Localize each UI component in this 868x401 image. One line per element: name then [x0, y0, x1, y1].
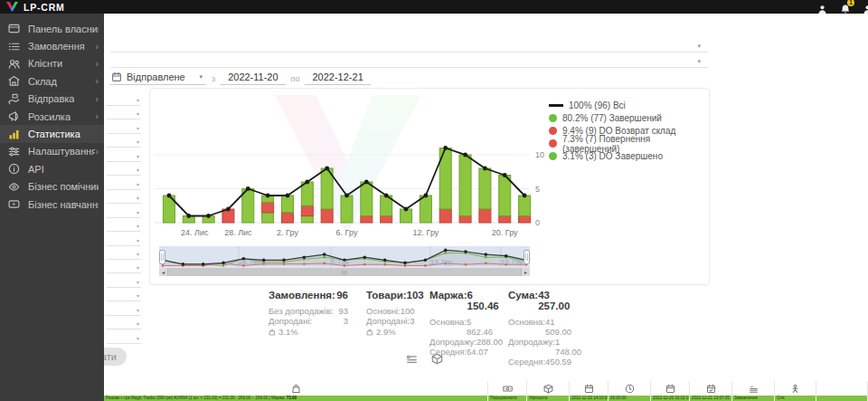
filter-mini-select-7[interactable]: ▾ — [107, 177, 141, 190]
stat-upsell-percent: 3.1% — [269, 327, 348, 337]
filter-mini-select-17[interactable]: ▾ — [107, 317, 141, 329]
order-product-cell: Рюкзак + гра Magic Tracks (399 грн) #145… — [104, 396, 488, 401]
filter-mini-select-18[interactable]: ▾ — [107, 331, 141, 344]
profile-icon[interactable] — [817, 2, 828, 13]
sidebar-item-owner-panel[interactable]: Панель власника — [0, 20, 104, 37]
legend-item[interactable]: 100% (96) Всі — [549, 99, 709, 111]
sidebar-item-settings[interactable]: Налаштування› — [0, 143, 104, 160]
sidebar-item-clients[interactable]: Клієнти› — [0, 55, 104, 72]
svg-text:12. Гру: 12. Гру — [413, 228, 439, 237]
filter-mini-select-15[interactable]: ▾ — [107, 289, 141, 301]
filter-mini-select-12[interactable]: ▾ — [107, 247, 141, 260]
main-chart[interactable]: 051024. Лис28. Лис2. Гру6. Гру12. Гру20.… — [155, 138, 552, 256]
navigator-scrollbar[interactable]: ◄ ||| ► — [159, 268, 530, 276]
navigator-handle — [524, 251, 530, 264]
filter-mini-select-6[interactable]: ▾ — [107, 163, 141, 176]
filter-mini-select-10[interactable]: ▾ — [107, 219, 141, 232]
chevron-down-icon: ▾ — [137, 335, 139, 341]
table-header-bag-icon[interactable] — [104, 381, 488, 396]
filter-mini-select-5[interactable]: ▾ — [107, 149, 141, 162]
filter-mini-select-13[interactable]: ▾ — [107, 261, 141, 273]
chevron-down-icon: ▾ — [137, 110, 139, 117]
order-cell: Укрпошта — [527, 396, 570, 401]
orders-table: Рюкзак + гра Magic Tracks (399 грн) #145… — [104, 381, 868, 401]
mailing-icon — [8, 111, 21, 122]
table-header-cell[interactable] — [816, 381, 868, 396]
sidebar-item-orders[interactable]: Замовлення› — [0, 37, 104, 54]
table-header-share-person-icon[interactable] — [775, 381, 816, 396]
chart-range-navigator[interactable]: 28. Лис6. Гру13. Гру19. Гру — [159, 246, 530, 268]
order-cell: Замовлення — [732, 396, 775, 401]
chevron-down-icon: ▾ — [137, 320, 139, 327]
filter-mini-select-3[interactable]: ▾ — [107, 121, 141, 134]
table-header-banknote-icon[interactable] — [488, 381, 527, 396]
package-view-icon[interactable] — [431, 352, 443, 368]
app-logo[interactable]: LP-CRM — [0, 1, 65, 13]
bag-icon — [366, 329, 373, 336]
training-icon — [8, 199, 21, 210]
list-view-icon[interactable] — [406, 352, 418, 368]
date-from-input[interactable]: 2022-11-20 — [221, 72, 285, 85]
scroll-left-arrow-icon[interactable]: ◄ — [159, 270, 167, 275]
top-filter-select-1[interactable]: ▾ — [110, 40, 708, 53]
legend-label: 80.2% (77) Завершений — [562, 113, 662, 123]
legend-item[interactable]: 7.3% (7) Повернення (завершений) — [549, 138, 709, 150]
filter-mini-select-4[interactable]: ▾ — [107, 135, 141, 148]
table-header-sort-icon[interactable] — [732, 381, 775, 396]
filter-mini-select-1[interactable]: ▾ — [107, 93, 141, 106]
stat-subrow: Основні:100 — [366, 306, 413, 316]
brand-name: LP-CRM — [24, 2, 65, 13]
stats-column: Замовлення:96Без допродажів:93Допродані:… — [269, 290, 348, 337]
svg-text:28. Лис: 28. Лис — [224, 228, 252, 237]
chevron-down-icon: ▾ — [137, 195, 139, 201]
scrollbar-thumb[interactable]: ||| — [167, 268, 522, 276]
sidebar-item-business-helpers[interactable]: Бізнес помічники — [0, 178, 104, 196]
chevron-right-icon: › — [95, 111, 99, 121]
sidebar-item-label: Склад — [28, 76, 57, 87]
table-header-calendar-icon[interactable] — [651, 381, 690, 396]
user-icon[interactable] — [863, 2, 868, 13]
summary-stats: Замовлення:96Без допродажів:93Допродані:… — [269, 290, 580, 346]
chevron-down-icon: ▾ — [137, 181, 139, 187]
chevron-down-icon: ▾ — [137, 209, 139, 215]
sidebar-item-api[interactable]: API — [0, 160, 104, 177]
chevron-down-icon: ▾ — [137, 307, 139, 313]
order-cell: Передзвонити — [488, 396, 527, 401]
order-cell: 2022-12-20 14:10:06 — [570, 396, 609, 401]
from-label: з — [212, 74, 215, 83]
bag-icon — [269, 329, 276, 336]
sidebar-item-label: Замовлення — [28, 41, 85, 52]
topbar-actions: 1 — [817, 2, 868, 13]
table-header-calendar-check-icon[interactable] — [690, 381, 732, 396]
filter-mini-select-16[interactable]: ▾ — [107, 303, 141, 316]
svg-text:19. Гру: 19. Гру — [501, 258, 523, 266]
table-header-package-icon[interactable] — [527, 381, 570, 396]
sidebar-item-mailing[interactable]: Розсилка› — [0, 108, 104, 125]
filter-mini-select-11[interactable]: ▾ — [107, 234, 141, 246]
table-row[interactable]: Рюкзак + гра Magic Tracks (399 грн) #145… — [104, 396, 868, 401]
notifications-bell-icon[interactable]: 1 — [840, 2, 851, 13]
date-type-dropdown[interactable]: Відправлене ▾ — [110, 72, 206, 85]
sidebar-item-label: Налаштування — [28, 146, 95, 157]
chevron-down-icon: ▾ — [137, 279, 139, 285]
sidebar-item-business-training[interactable]: Бізнес навчання — [0, 196, 104, 213]
sidebar-item-shipping[interactable]: Відправка› — [0, 91, 104, 108]
table-header-clock-icon[interactable] — [609, 381, 651, 396]
date-to-input[interactable]: 2022-12-21 — [305, 72, 370, 85]
svg-text:6. Гру: 6. Гру — [336, 228, 358, 237]
legend-dot-marker — [549, 127, 557, 135]
sidebar-item-warehouse[interactable]: Склад› — [0, 72, 104, 90]
sidebar-item-label: Бізнес помічники — [28, 181, 99, 192]
filter-mini-select-14[interactable]: ▾ — [107, 275, 141, 288]
sidebar-item-label: Відправка — [28, 93, 74, 104]
table-header-calendar-icon[interactable] — [570, 381, 609, 396]
chevron-down-icon: ▾ — [697, 43, 701, 50]
filter-mini-select-9[interactable]: ▾ — [107, 205, 141, 218]
sidebar-item-statistics[interactable]: Статистика — [0, 125, 104, 142]
scroll-right-arrow-icon[interactable]: ► — [522, 270, 530, 275]
svg-text:2. Гру: 2. Гру — [277, 228, 298, 237]
legend-item[interactable]: 80.2% (77) Завершений — [549, 111, 709, 124]
filter-mini-select-2[interactable]: ▾ — [107, 107, 141, 119]
filter-mini-select-8[interactable]: ▾ — [107, 191, 141, 204]
top-filter-select-2[interactable]: ▾ — [110, 55, 708, 68]
